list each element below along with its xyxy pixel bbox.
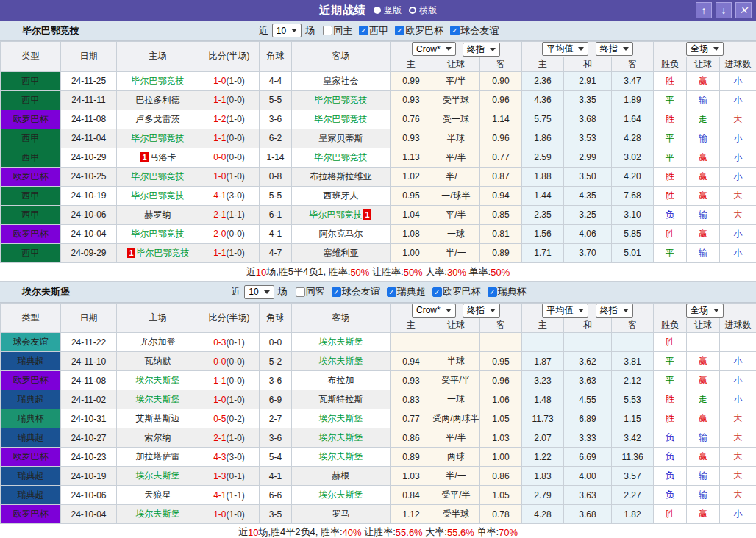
select-value: 终指 (600, 304, 618, 317)
league-badge: 欧罗巴杯 (1, 224, 61, 243)
same-venue-checkbox[interactable] (296, 287, 305, 297)
summary-text: 场,胜5平4负1, 胜率: (266, 265, 350, 279)
bookmaker-select[interactable]: Crow* (412, 42, 456, 56)
col-header-away: 客场 (292, 42, 391, 72)
league-filter-checkbox[interactable]: ✓ (332, 287, 341, 297)
chevron-down-icon (623, 47, 629, 51)
odds-home (391, 333, 432, 352)
scope-select[interactable]: 全场 (686, 304, 724, 318)
home-team-cell: 巴拉多利德 (117, 90, 199, 110)
bookmaker-select[interactable]: Crow* (412, 304, 456, 318)
final-odds-select[interactable]: 终指 (596, 304, 633, 318)
page-title: 近期战绩 (319, 4, 366, 18)
avg-away-odds: 3.81 (612, 352, 654, 371)
avg-away-odds: 3.47 (612, 71, 654, 90)
home-team-cell: 毕尔巴鄂竞技 (117, 186, 199, 205)
result-goals: 大 (720, 110, 756, 129)
league-filter-checkbox[interactable]: ✓ (488, 287, 497, 297)
home-team: 尤尔加登 (140, 337, 176, 347)
layout-radio-horizontal[interactable]: 横版 (409, 4, 437, 17)
scroll-down-button[interactable]: ↓ (716, 2, 732, 18)
chevron-down-icon (490, 48, 496, 51)
close-icon: ✕ (739, 4, 748, 16)
score-cell: 4-1(3-0) (199, 186, 260, 205)
result-outcome: 负 (654, 467, 687, 486)
final-odds-select[interactable]: 终指 (596, 42, 633, 56)
league-filter-checkbox[interactable]: ✓ (450, 26, 460, 35)
home-team-cell: 天狼星 (117, 486, 199, 505)
same-venue-checkbox[interactable] (323, 26, 332, 35)
odds-home: 0.93 (391, 90, 432, 110)
home-team: 埃尔夫斯堡 (136, 509, 180, 519)
avg-away-odds: 7.68 (612, 186, 654, 205)
average-select[interactable]: 平均值 (542, 42, 588, 56)
radio-label: 竖版 (384, 4, 402, 17)
final-odds-select[interactable]: 终指 (463, 304, 500, 318)
away-team: 毕尔巴鄂竞技 (315, 95, 368, 105)
results-table: 类型 日期 主场 比分(半场) 角球 客场 Crow* 终指 平均值 终指 全场… (0, 41, 756, 263)
league-filter-checkbox[interactable]: ✓ (432, 287, 442, 297)
home-team-cell: 埃尔夫斯堡 (117, 390, 199, 409)
away-team: 毕尔巴鄂竞技 (315, 114, 368, 124)
avg-draw-odds: 4.55 (564, 390, 612, 409)
average-select[interactable]: 平均值 (542, 304, 588, 318)
result-outcome: 胜 (654, 333, 687, 352)
away-team: 埃尔夫斯堡 (319, 356, 363, 366)
score-cell: 0-3(0-1) (199, 333, 260, 352)
halftime-score: (0-2) (227, 414, 245, 424)
team-section-header: 毕尔巴鄂竞技 近10场同主✓西甲✓欧罗巴杯✓球会友谊 (0, 21, 756, 41)
scroll-up-button[interactable]: ↑ (696, 2, 712, 18)
fulltime-score: 1-0 (213, 509, 226, 520)
handicap-line: 一球 (432, 224, 480, 243)
handicap-line: 平/半 (432, 148, 480, 167)
chevron-down-icon (291, 29, 297, 32)
near-label: 近 (259, 24, 268, 37)
result-handicap: 赢 (687, 448, 720, 467)
result-outcome: 胜 (654, 409, 687, 428)
close-button[interactable]: ✕ (735, 2, 752, 18)
avg-draw-odds: 4.00 (564, 467, 612, 486)
col-header-home: 主场 (117, 42, 199, 72)
league-filter-checkbox[interactable]: ✓ (387, 287, 396, 297)
avg-away-odds: 1.89 (612, 90, 654, 110)
match-count-select[interactable]: 10 (244, 285, 274, 299)
league-filter-label: 球会友谊 (460, 24, 499, 37)
match-date: 24-10-06 (61, 205, 117, 224)
match-date: 24-11-08 (61, 371, 117, 390)
chevron-down-icon (713, 309, 719, 312)
final-odds-select[interactable]: 终指 (463, 43, 500, 57)
corner-score: 4-1 (260, 467, 292, 486)
score-cell: 2-0(0-0) (199, 224, 260, 243)
avg-draw-odds: 3.63 (564, 486, 612, 505)
score-cell: 1-1(0-0) (199, 129, 260, 148)
odds-away: 0.86 (480, 467, 522, 486)
odds-away: 0.77 (480, 148, 522, 167)
summary-text: 让胜率: (362, 526, 396, 538)
result-handicap: 赢 (687, 148, 720, 167)
corner-score: 6-9 (260, 390, 292, 409)
league-badge: 欧罗巴杯 (1, 505, 61, 524)
league-filter-label: 欧罗巴杯 (405, 24, 443, 37)
result-goals: 大 (720, 428, 756, 448)
summary-text: 单率: (466, 265, 491, 279)
fulltime-score: 1-1 (213, 95, 226, 105)
avg-home-odds: 3.23 (522, 371, 564, 390)
layout-radio-vertical[interactable]: 竖版 (374, 4, 402, 17)
scope-select[interactable]: 全场 (686, 42, 724, 56)
corner-score: 5-5 (260, 186, 292, 205)
odds-away (480, 333, 522, 352)
summary-value: 40% (343, 527, 362, 538)
away-team-cell: 皇家贝蒂斯 (292, 129, 391, 148)
match-count-select[interactable]: 10 (272, 24, 302, 37)
away-team-cell: 阿尔克马尔 (292, 224, 391, 243)
result-goals: 小 (720, 243, 756, 262)
handicap-line: 两球 (432, 448, 480, 467)
summary-text: 单率: (474, 526, 499, 538)
match-date: 24-11-10 (61, 352, 117, 371)
table-row: 西甲24-10-19毕尔巴鄂竞技4-1(3-0)5-5西班牙人0.95一/球半0… (1, 186, 756, 205)
home-team-cell: 毕尔巴鄂竞技 (117, 129, 199, 148)
home-team-cell: 埃尔夫斯堡 (117, 371, 199, 390)
match-date: 24-10-06 (61, 486, 117, 505)
league-filter-checkbox[interactable]: ✓ (359, 26, 368, 35)
league-filter-checkbox[interactable]: ✓ (395, 26, 404, 35)
